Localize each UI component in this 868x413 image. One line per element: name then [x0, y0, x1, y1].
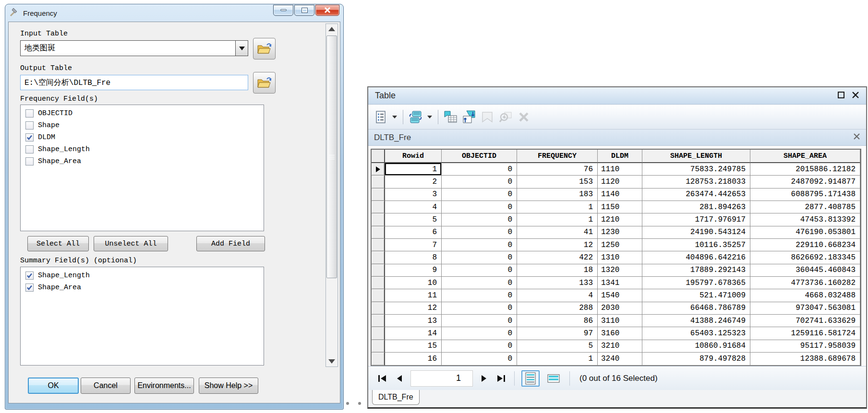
select-by-attributes-icon[interactable] [443, 109, 458, 125]
row-header[interactable] [372, 302, 385, 315]
table-cell[interactable]: 281.894263 [642, 201, 750, 213]
table-cell[interactable]: 16 [385, 353, 442, 365]
table-cell[interactable]: 3240 [598, 353, 642, 365]
table-cell[interactable]: 0 [442, 239, 517, 251]
table-cell[interactable]: 65403.125323 [642, 327, 750, 340]
table-cell[interactable]: 12388.689678 [750, 353, 860, 365]
ok-button[interactable]: OK [28, 378, 79, 394]
table-cell[interactable]: 128753.218033 [642, 176, 750, 188]
checkbox[interactable] [25, 109, 34, 118]
table-cell[interactable]: 1310 [598, 251, 642, 264]
table-cell[interactable]: 1250 [598, 239, 642, 251]
row-header[interactable] [372, 327, 385, 340]
previous-record-button[interactable] [393, 372, 406, 385]
table-cell[interactable]: 1320 [598, 264, 642, 277]
table-cell[interactable]: 15 [385, 340, 442, 353]
next-record-button[interactable] [478, 372, 490, 385]
table-cell[interactable]: 2877.408785 [750, 201, 860, 213]
table-cell[interactable]: 133 [517, 277, 598, 289]
table-cell[interactable]: 3160 [598, 327, 642, 340]
table-cell[interactable]: 0 [442, 163, 517, 176]
table-cell[interactable]: 4773736.160282 [750, 277, 860, 289]
table-cell[interactable]: 0 [442, 277, 517, 289]
column-header[interactable]: OBJECTID [442, 150, 517, 163]
row-header[interactable] [372, 189, 385, 201]
summary-fields-listbox[interactable]: Shape_LengthShape_Area [20, 267, 264, 366]
related-tables-dropdown-icon[interactable] [426, 109, 433, 125]
frequency-dialog-titlebar[interactable]: Frequency [5, 4, 343, 22]
table-cell[interactable]: 0 [442, 302, 517, 315]
field-row[interactable]: Shape [25, 119, 264, 131]
table-cell[interactable]: 76 [517, 163, 598, 176]
show-selected-records-button[interactable] [544, 370, 563, 387]
table-cell[interactable]: 41 [517, 226, 598, 239]
table-cell[interactable]: 0 [442, 226, 517, 239]
row-header[interactable] [372, 213, 385, 226]
field-row[interactable]: DLDM [25, 131, 264, 143]
delete-selected-icon[interactable] [516, 109, 531, 125]
table-cell[interactable]: 8 [385, 251, 442, 264]
table-cell[interactable]: 47453.813392 [750, 213, 860, 226]
table-cell[interactable]: 5 [385, 213, 442, 226]
row-header[interactable] [372, 201, 385, 213]
show-help-button[interactable]: Show Help >> [199, 378, 258, 394]
table-cell[interactable]: 12 [517, 239, 598, 251]
checkbox[interactable] [25, 133, 34, 142]
table-cell[interactable]: 3210 [598, 340, 642, 353]
input-table-browse-button[interactable] [253, 38, 276, 59]
table-cell[interactable]: 3 [385, 189, 442, 201]
zoom-to-selected-icon[interactable] [498, 109, 513, 125]
table-cell[interactable]: 183 [517, 189, 598, 201]
row-header[interactable] [372, 315, 385, 327]
table-cell[interactable]: 476190.053801 [750, 226, 860, 239]
output-table-input[interactable] [20, 75, 248, 90]
column-header[interactable]: Rowid [385, 150, 442, 163]
table-cell[interactable]: 0 [442, 264, 517, 277]
add-field-button[interactable]: Add Field [196, 236, 265, 251]
checkbox[interactable] [25, 283, 34, 292]
table-cell[interactable]: 0 [442, 289, 517, 302]
row-header[interactable] [372, 264, 385, 277]
tab-dltb-fre[interactable]: DLTB_Fre [372, 390, 420, 405]
table-cell[interactable]: 6 [385, 226, 442, 239]
table-cell[interactable]: 18 [517, 264, 598, 277]
table-cell[interactable]: 97 [517, 327, 598, 340]
table-cell[interactable]: 0 [442, 340, 517, 353]
table-cell[interactable]: 4 [385, 201, 442, 213]
table-cell[interactable]: 1150 [598, 201, 642, 213]
checkbox[interactable] [25, 121, 34, 130]
table-cell[interactable]: 0 [442, 189, 517, 201]
table-cell[interactable]: 0 [442, 315, 517, 327]
field-row[interactable]: Shape_Area [25, 155, 264, 167]
related-tables-icon[interactable] [408, 109, 423, 125]
output-table-browse-button[interactable] [253, 72, 276, 94]
row-header[interactable] [372, 353, 385, 365]
table-cell[interactable]: 86 [517, 315, 598, 327]
table-cell[interactable]: 973047.563081 [750, 302, 860, 315]
column-header[interactable]: SHAPE_AREA [750, 150, 860, 163]
table-cell[interactable]: 360445.460843 [750, 264, 860, 277]
table-cell[interactable]: 263474.442653 [642, 189, 750, 201]
scroll-down-icon[interactable] [328, 359, 335, 364]
table-cell[interactable]: 195797.678365 [642, 277, 750, 289]
table-cell[interactable]: 3110 [598, 315, 642, 327]
row-header[interactable] [372, 277, 385, 289]
table-cell[interactable]: 1 [517, 353, 598, 365]
column-header[interactable]: DLDM [598, 150, 642, 163]
table-cell[interactable]: 14 [385, 327, 442, 340]
table-sheet-header[interactable]: DLTB_Fre [368, 130, 866, 146]
table-cell[interactable]: 12 [385, 302, 442, 315]
input-table-combobox[interactable]: 地类图斑 [20, 40, 248, 56]
table-cell[interactable]: 10860.91684 [642, 340, 750, 353]
maximize-button[interactable] [294, 5, 314, 16]
table-cell[interactable]: 1230 [598, 226, 642, 239]
table-cell[interactable]: 702741.633629 [750, 315, 860, 327]
table-cell[interactable]: 5 [517, 340, 598, 353]
show-all-records-button[interactable] [521, 370, 540, 387]
table-cell[interactable]: 9 [385, 264, 442, 277]
field-row[interactable]: Shape_Area [25, 282, 264, 294]
table-cell[interactable]: 422 [517, 251, 598, 264]
table-cell[interactable]: 1210 [598, 213, 642, 226]
combobox-dropdown-button[interactable] [235, 41, 248, 56]
table-cell[interactable]: 2015886.12182 [750, 163, 860, 176]
